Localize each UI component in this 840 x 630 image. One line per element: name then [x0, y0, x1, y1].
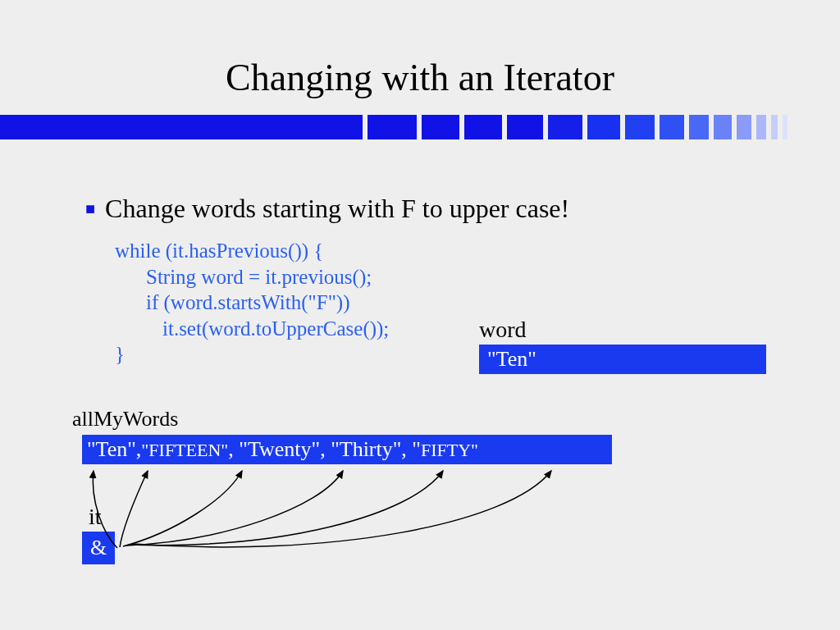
list-item: " — [412, 437, 421, 461]
decor-segment — [660, 115, 684, 139]
code-line: it.set(word.toUpperCase()); — [115, 316, 389, 342]
slide-title: Changing with an Iterator — [0, 56, 840, 99]
decor-bar — [0, 115, 840, 139]
decor-segment — [422, 115, 459, 139]
decor-segment — [756, 115, 766, 139]
word-variable-label: word — [479, 317, 527, 343]
decor-segment — [548, 115, 582, 139]
code-line: while (it.hasPrevious()) { — [115, 238, 389, 264]
decor-segment — [714, 115, 732, 139]
code-line: String word = it.previous(); — [115, 264, 389, 290]
list-item: FIFTY" — [421, 440, 478, 460]
bullet-marker-icon: ■ — [85, 199, 95, 218]
decor-segment — [0, 115, 363, 139]
bullet-row: ■ Change words starting with F to upper … — [85, 194, 569, 224]
decor-segment — [507, 115, 543, 139]
decor-segment — [689, 115, 709, 139]
list-item: , "Twenty", "Thirty", — [228, 437, 412, 461]
decor-segment — [771, 115, 778, 139]
decor-segment — [783, 115, 788, 139]
code-line: if (word.startsWith("F")) — [115, 290, 389, 316]
code-line: } — [115, 341, 389, 368]
word-variable-value: "Ten" — [479, 345, 766, 374]
decor-segment — [464, 115, 502, 139]
decor-segment — [368, 115, 417, 139]
decor-segment — [737, 115, 751, 139]
iterator-box: & — [82, 532, 115, 564]
iterator-label: it — [89, 504, 102, 530]
decor-segment — [625, 115, 655, 139]
list-variable-label: allMyWords — [72, 407, 178, 431]
slide: Changing with an Iterator ■ Change w — [0, 0, 840, 630]
bullet-text: Change words starting with F to upper ca… — [105, 194, 569, 224]
list-variable-value: "Ten","FIFTEEN", "Twenty", "Thirty", "FI… — [82, 435, 612, 464]
list-item: "FIFTEEN" — [141, 440, 228, 460]
list-item: "Ten" — [87, 437, 136, 461]
decor-segment — [587, 115, 620, 139]
code-block: while (it.hasPrevious()) { String word =… — [115, 238, 389, 368]
